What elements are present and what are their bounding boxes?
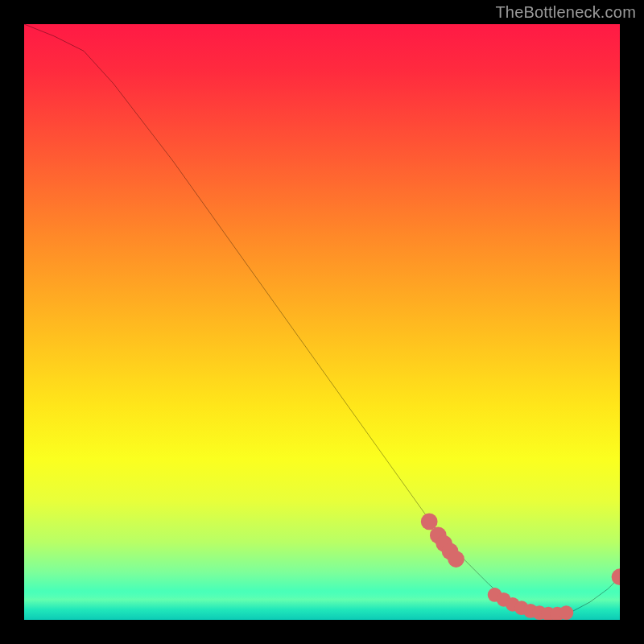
plot-area: [24, 24, 620, 620]
curve-marker: [448, 551, 464, 568]
chart-stage: TheBottleneck.com: [0, 0, 644, 644]
curve-marker: [421, 514, 438, 530]
curve-layer: [24, 24, 620, 620]
watermark-text: TheBottleneck.com: [495, 3, 636, 22]
bottleneck-curve: [24, 24, 620, 615]
curve-marker: [612, 568, 620, 585]
curve-marker: [559, 605, 574, 620]
curve-markers: [421, 514, 620, 620]
